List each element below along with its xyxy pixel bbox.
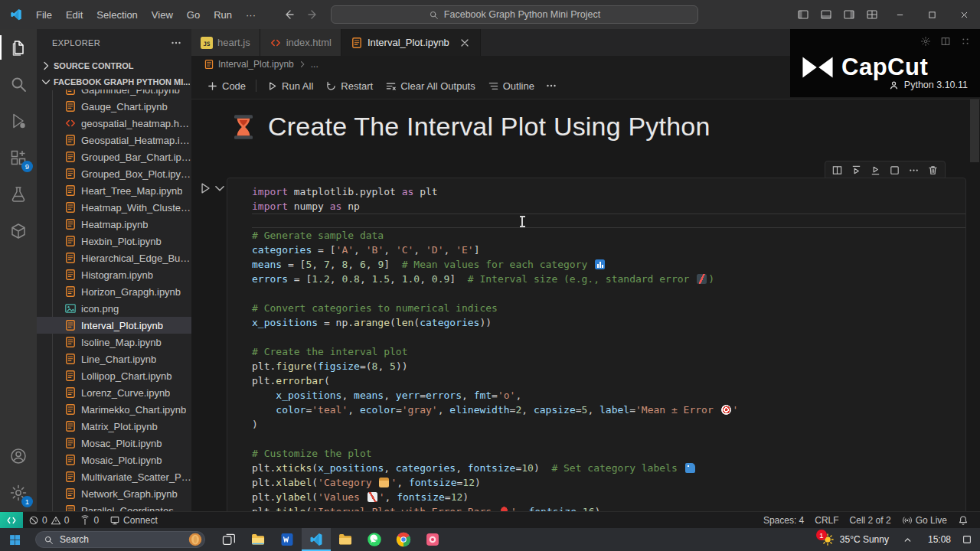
toggle-secondary-sidebar-icon[interactable] [838,0,861,29]
collapse-cell-icon[interactable] [213,181,227,195]
tab-Interval_Plot.ipynb[interactable]: Interval_Plot.ipynb [341,29,481,56]
file-item[interactable]: Heatmap_With_Clusteri... [37,199,191,216]
file-item[interactable]: icon.png [37,300,191,317]
file-item[interactable]: Grouped_Bar_Chart.ipy... [37,148,191,165]
weather-widget[interactable]: 1 35°C Sunny [813,528,897,551]
file-item[interactable]: Gapminder_Plot.ipynb [37,90,191,98]
taskbar-vscode[interactable] [302,528,331,551]
file-item[interactable]: geospatial_heatmap.html [37,115,191,132]
file-item[interactable]: Lollipop_Chart.ipynb [37,367,191,384]
outline-button[interactable]: Outline [482,76,541,96]
close-window-button[interactable] [948,0,980,29]
code-line[interactable]: means = [5, 7, 8, 6, 9] # Mean values fo… [252,257,965,272]
tab-index.html[interactable]: index.html [260,29,341,56]
activity-settings[interactable]: 1 [0,474,37,511]
code-line[interactable]: ) [252,417,965,432]
activity-run-debug[interactable] [0,103,37,139]
taskbar-clock[interactable]: 15:08 [919,534,960,545]
run-below-icon[interactable] [867,162,884,178]
maximize-button[interactable] [916,0,948,29]
menu-selection[interactable]: Selection [90,7,144,23]
start-button[interactable] [0,528,29,551]
activity-account[interactable] [0,438,37,474]
code-line[interactable]: x_positions, means, yerr=errors, fmt='o'… [252,388,965,403]
file-item[interactable]: Marimekko_Chart.ipynb [37,401,191,418]
file-item[interactable]: Mosaic_Plot.ipynb [37,452,191,468]
code-line[interactable]: plt.xlabel('Category ', fontsize=12) [252,475,965,490]
hidden-icons-chevron[interactable] [903,535,913,545]
code-line[interactable] [252,432,965,446]
code-line[interactable]: plt.xticks(x_positions, categories, font… [252,461,965,475]
add-code-cell-button[interactable]: Code [201,76,252,96]
code-line[interactable] [252,286,965,301]
toolbar-more-icon[interactable] [545,80,557,92]
activity-extensions[interactable]: 9 [0,139,37,176]
editor-scrollbar[interactable] [969,99,980,511]
taskbar-whatsapp[interactable] [360,528,389,551]
go-live-button[interactable]: Go Live [897,512,952,528]
code-area[interactable]: import matplotlib.pyplot as pltimport nu… [227,178,965,511]
taskbar-chrome[interactable] [389,528,418,551]
taskbar-task-view[interactable] [214,528,243,551]
file-item[interactable]: Interval_Plot.ipynb [37,317,191,334]
taskbar-folder[interactable] [331,528,360,551]
cell-indicator[interactable]: Cell 2 of 2 [844,512,897,528]
eol-indicator[interactable]: CRLF [809,512,844,528]
code-line[interactable]: categories = ['A', 'B', 'C', 'D', 'E'] [252,243,965,257]
file-item[interactable]: Geospatial_Heatmap.ip... [37,132,191,148]
code-line[interactable]: errors = [1.2, 0.8, 1.5, 1.0, 0.9] # Int… [252,272,965,286]
taskbar-file-explorer[interactable] [243,528,273,551]
file-item[interactable]: Grouped_Box_Plot.ipynb [37,165,191,182]
code-line[interactable] [252,214,965,228]
run-cell-button[interactable] [198,181,212,195]
toggle-panel-icon[interactable] [815,0,838,29]
toggle-sidebar-icon[interactable] [792,0,815,29]
menu-edit[interactable]: Edit [59,7,90,23]
back-icon[interactable] [283,8,295,21]
menu-run[interactable]: Run [207,7,239,23]
clear-outputs-button[interactable]: Clear All Outputs [379,76,482,96]
notifications-bell[interactable] [952,512,974,528]
forward-icon[interactable] [307,8,319,21]
remote-indicator[interactable] [0,512,23,528]
code-line[interactable]: plt.errorbar( [252,373,965,388]
kernel-picker[interactable]: Python 3.10.11 [888,75,968,95]
file-item[interactable]: Network_Graph.ipynb [37,485,191,502]
run-above-icon[interactable] [848,162,865,178]
code-line[interactable]: import matplotlib.pyplot as plt [252,184,965,199]
taskbar-search[interactable]: Search [35,531,205,548]
code-line[interactable]: # Generate sample data [252,228,965,243]
command-center[interactable]: Facebook Graph Python Mini Project [331,5,698,24]
file-item[interactable]: Hexbin_Plot.ipynb [37,233,191,249]
code-line[interactable]: # Customize the plot [252,446,965,461]
delete-cell-icon[interactable] [924,162,942,178]
notification-center-icon[interactable] [962,534,972,545]
scrollbar-thumb[interactable] [970,99,979,162]
activity-explorer[interactable] [0,29,37,66]
code-line[interactable]: x_positions = np.arange(len(categories)) [252,315,965,330]
ports-indicator[interactable]: 0 [74,512,104,528]
file-item[interactable]: Isoline_Map.ipynb [37,334,191,350]
taskbar-photos[interactable] [418,528,447,551]
file-item[interactable]: Horizon_Grapgh.ipynb [37,283,191,300]
code-line[interactable]: color='teal', ecolor='gray', elinewidth=… [252,403,965,417]
code-line[interactable]: # Create the interval plot [252,344,965,359]
code-line[interactable]: plt.figure(figsize=(8, 5)) [252,359,965,373]
edit-in-editor-icon[interactable] [886,162,903,178]
file-item[interactable]: Multivariate_Scatter_Pl... [37,468,191,485]
file-item[interactable]: Line_Chart.ipynb [37,350,191,367]
connect-button[interactable]: Connect [104,512,163,528]
code-line[interactable] [252,330,965,344]
tab-heart.js[interactable]: JSheart.js [191,29,260,56]
section-source-control[interactable]: SOURCE CONTROL [37,57,191,74]
file-item[interactable]: Lorenz_Curve.ipynb [37,384,191,401]
file-item[interactable]: Heatmap.ipynb [37,216,191,233]
file-item[interactable]: Parallel_Coordinates_Pl... [37,502,191,511]
menu-view[interactable]: View [145,7,180,23]
activity-package[interactable] [0,213,37,249]
code-line[interactable]: plt.title('Interval Plot with Error Bars… [252,504,965,511]
menu-file[interactable]: File [29,7,59,23]
activity-search[interactable] [0,66,37,103]
file-item[interactable]: Gauge_Chart.ipynb [37,98,191,115]
code-line[interactable]: import numpy as np [252,199,965,214]
